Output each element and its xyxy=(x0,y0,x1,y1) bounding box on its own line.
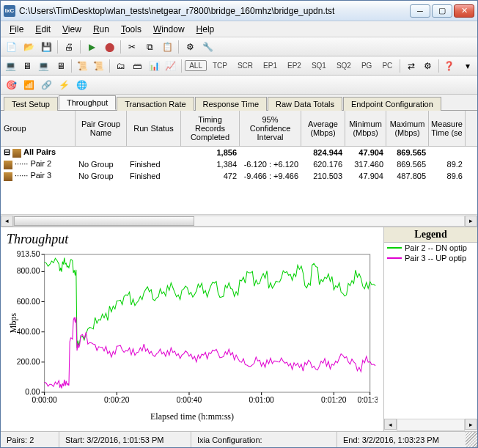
tab-endpoint-config[interactable]: Endpoint Configuration xyxy=(343,97,441,111)
pair-icon-3[interactable]: 💻 xyxy=(36,59,51,73)
tab-throughput[interactable]: Throughput xyxy=(59,95,116,110)
filter-icon-1[interactable]: 🗂 xyxy=(113,59,128,73)
status-ixia: Ixia Configuration: xyxy=(191,432,337,447)
legend-label: Pair 3 -- UP optip xyxy=(405,254,466,262)
table-row[interactable]: ⊟ All Pairs1,856824.94447.904869.565 xyxy=(1,147,477,158)
col-group[interactable]: Group xyxy=(1,111,76,146)
legend-scroll-track[interactable] xyxy=(397,419,465,431)
col-meas-time[interactable]: Measure Time (se xyxy=(429,111,466,146)
pair-icon-1[interactable]: 💻 xyxy=(3,59,18,73)
filter-sq2[interactable]: SQ2 xyxy=(332,60,356,71)
copy-icon[interactable]: ⧉ xyxy=(141,40,158,54)
scroll-right-icon[interactable]: ▸ xyxy=(465,216,477,227)
legend-item[interactable]: Pair 2 -- DN optip xyxy=(384,243,477,253)
col-run-status[interactable]: Run Status xyxy=(127,111,181,146)
window-title: C:\Users\Tim\Desktop\wlan_tests\netgear_… xyxy=(19,6,410,16)
pair-icon-4[interactable]: 🖥 xyxy=(53,59,68,73)
svg-text:0:01:30: 0:01:30 xyxy=(357,396,378,404)
legend-item[interactable]: Pair 3 -- UP optip xyxy=(384,253,477,263)
maximize-button[interactable]: ▢ xyxy=(432,4,452,18)
pair-icon-2[interactable]: 🖥 xyxy=(20,59,35,73)
pair-icon xyxy=(4,172,12,181)
menu-view[interactable]: View xyxy=(56,23,87,36)
app-icon: IxC xyxy=(4,5,15,17)
tab-raw-data-totals[interactable]: Raw Data Totals xyxy=(268,97,342,111)
app-icon-3[interactable]: 🔗 xyxy=(38,78,54,92)
menu-file[interactable]: File xyxy=(4,23,29,36)
resize-grip[interactable] xyxy=(466,432,477,447)
svg-text:0:00:00: 0:00:00 xyxy=(32,396,57,404)
status-start: Start: 3/2/2016, 1:01:53 PM xyxy=(59,432,191,447)
new-icon[interactable]: 📄 xyxy=(3,40,19,54)
col-max[interactable]: Maximum (Mbps) xyxy=(386,111,429,146)
close-button[interactable]: ✕ xyxy=(454,4,474,18)
print-icon[interactable]: 🖨 xyxy=(61,40,77,54)
svg-text:800.00: 800.00 xyxy=(17,268,40,276)
app-icon-1[interactable]: 🎯 xyxy=(3,78,19,92)
menu-edit[interactable]: Edit xyxy=(29,23,56,36)
menu-tools[interactable]: Tools xyxy=(115,23,147,36)
filter-tcp[interactable]: TCP xyxy=(208,60,232,71)
config-icon[interactable]: ⚙ xyxy=(420,59,435,73)
app-icon-4[interactable]: ⚡ xyxy=(56,78,72,92)
scroll-left-icon[interactable]: ◂ xyxy=(1,216,13,227)
chevron-down-icon[interactable]: ▾ xyxy=(460,59,475,73)
col-avg[interactable]: Average (Mbps) xyxy=(301,111,345,146)
menu-run[interactable]: Run xyxy=(87,23,115,36)
legend-h-scrollbar[interactable]: ◂ ▸ xyxy=(384,419,477,431)
filter-scr[interactable]: SCR xyxy=(233,60,257,71)
filter-pc[interactable]: PC xyxy=(378,60,397,71)
filter-all[interactable]: ALL xyxy=(185,60,207,71)
app-icon-5[interactable]: 🌐 xyxy=(73,78,89,92)
help-icon[interactable]: ❓ xyxy=(442,59,457,73)
script-icon-1[interactable]: 📜 xyxy=(75,59,90,73)
legend-scroll-right-icon[interactable]: ▸ xyxy=(465,419,477,430)
col-conf-interval[interactable]: 95% Confidence Interval xyxy=(240,111,301,146)
tab-response-time[interactable]: Response Time xyxy=(195,97,267,111)
menubar: File Edit View Run Tools Window Help xyxy=(1,21,477,37)
scroll-thumb[interactable] xyxy=(14,216,194,226)
menu-help[interactable]: Help xyxy=(191,23,221,36)
stop-icon[interactable]: ⬤ xyxy=(101,40,117,54)
open-icon[interactable]: 📂 xyxy=(21,40,37,54)
svg-rect-0 xyxy=(45,254,370,392)
filter-pg[interactable]: PG xyxy=(357,60,376,71)
tool-icon-1[interactable]: ⚙ xyxy=(182,40,198,54)
filter-icon-4[interactable]: 📈 xyxy=(163,59,178,73)
filter-ep2[interactable]: EP2 xyxy=(283,60,306,71)
swap-icon[interactable]: ⇄ xyxy=(403,59,419,73)
tab-test-setup[interactable]: Test Setup xyxy=(4,97,58,111)
save-icon[interactable]: 💾 xyxy=(38,40,54,54)
svg-text:0.00: 0.00 xyxy=(25,388,40,396)
svg-text:0:01:20: 0:01:20 xyxy=(321,396,347,404)
statusbar: Pairs: 2 Start: 3/2/2016, 1:01:53 PM Ixi… xyxy=(1,431,477,447)
menu-window[interactable]: Window xyxy=(147,23,191,36)
app-icon-2[interactable]: 📶 xyxy=(21,78,37,92)
svg-text:913.50: 913.50 xyxy=(17,250,40,258)
legend-title: Legend xyxy=(384,227,477,243)
paste-icon[interactable]: 📋 xyxy=(159,40,175,54)
chart-svg: 0.00200.00400.00600.00800.00913.500:00:0… xyxy=(7,249,378,410)
run-icon[interactable]: ▶ xyxy=(84,40,100,54)
status-end: End: 3/2/2016, 1:03:23 PM xyxy=(337,432,466,447)
filter-ep1[interactable]: EP1 xyxy=(259,60,282,71)
tab-transaction-rate[interactable]: Transaction Rate xyxy=(117,97,194,111)
chart-plot: Mbps 0.00200.00400.00600.00800.00913.500… xyxy=(7,249,378,410)
titlebar[interactable]: IxC C:\Users\Tim\Desktop\wlan_tests\netg… xyxy=(1,1,477,21)
col-pair-group-name[interactable]: Pair Group Name xyxy=(76,111,127,146)
grid-h-scrollbar[interactable]: ◂ ▸ xyxy=(1,214,477,227)
tool-icon-2[interactable]: 🔧 xyxy=(199,40,216,54)
filter-icon-3[interactable]: 📊 xyxy=(147,59,162,73)
pair-icon xyxy=(12,149,21,158)
scroll-track[interactable] xyxy=(13,216,465,227)
minimize-button[interactable]: ─ xyxy=(410,4,430,18)
filter-sq1[interactable]: SQ1 xyxy=(307,60,331,71)
script-icon-2[interactable]: 📜 xyxy=(92,59,107,73)
col-min[interactable]: Minimum (Mbps) xyxy=(345,111,386,146)
legend-scroll-left-icon[interactable]: ◂ xyxy=(384,419,397,430)
table-row[interactable]: ······ Pair 2No GroupFinished1,384-6.120… xyxy=(1,158,477,170)
table-row[interactable]: ······ Pair 3No GroupFinished472-9.466 :… xyxy=(1,170,477,182)
col-timing-records[interactable]: Timing Records Completed xyxy=(181,111,240,146)
filter-icon-2[interactable]: 🗃 xyxy=(130,59,145,73)
cut-icon[interactable]: ✂ xyxy=(124,40,140,54)
